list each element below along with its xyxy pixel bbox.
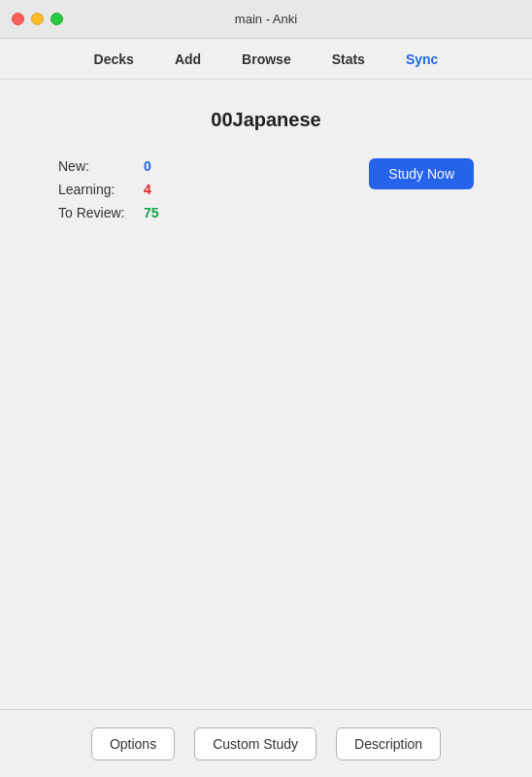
options-button[interactable]: Options bbox=[91, 727, 175, 760]
learning-value: 4 bbox=[144, 182, 151, 197]
custom-study-button[interactable]: Custom Study bbox=[194, 727, 316, 760]
traffic-lights bbox=[12, 13, 63, 25]
window-title: main - Anki bbox=[235, 12, 297, 26]
nav-item-sync[interactable]: Sync bbox=[400, 48, 444, 71]
stat-row-learning: Learning: 4 bbox=[58, 182, 159, 197]
review-label: To Review: bbox=[58, 205, 136, 220]
title-bar: main - Anki bbox=[0, 0, 532, 39]
nav-item-browse[interactable]: Browse bbox=[236, 48, 297, 71]
nav-item-stats[interactable]: Stats bbox=[326, 48, 371, 71]
review-value: 75 bbox=[144, 205, 159, 220]
nav-bar: Decks Add Browse Stats Sync bbox=[0, 39, 532, 80]
close-button[interactable] bbox=[12, 13, 24, 25]
stats-area: New: 0 Learning: 4 To Review: 75 Study N… bbox=[58, 158, 474, 220]
main-content: 00Japanese New: 0 Learning: 4 To Review:… bbox=[0, 80, 532, 240]
stats-left: New: 0 Learning: 4 To Review: 75 bbox=[58, 158, 159, 220]
footer: Options Custom Study Description bbox=[0, 709, 532, 777]
new-label: New: bbox=[58, 158, 136, 174]
stat-row-review: To Review: 75 bbox=[58, 205, 159, 220]
minimize-button[interactable] bbox=[31, 13, 44, 25]
stat-row-new: New: 0 bbox=[58, 158, 159, 174]
maximize-button[interactable] bbox=[50, 13, 63, 25]
deck-title: 00Japanese bbox=[58, 109, 474, 131]
nav-item-decks[interactable]: Decks bbox=[88, 48, 140, 71]
nav-item-add[interactable]: Add bbox=[169, 48, 207, 71]
learning-label: Learning: bbox=[58, 182, 136, 197]
description-button[interactable]: Description bbox=[336, 727, 441, 760]
study-now-button[interactable]: Study Now bbox=[369, 158, 474, 189]
new-value: 0 bbox=[144, 158, 151, 174]
